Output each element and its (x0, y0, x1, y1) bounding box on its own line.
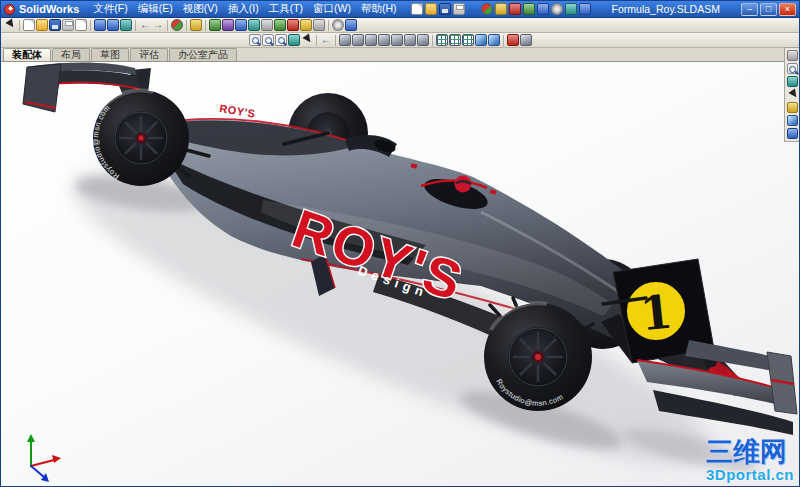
zoom-to-area-icon[interactable] (262, 34, 274, 46)
insert-component-icon[interactable] (209, 19, 221, 31)
main-viewport[interactable]: ROY'S ROY'S Design 1 (1, 62, 799, 486)
menu-item-6[interactable]: 帮助(H) (357, 1, 401, 17)
tab-4[interactable]: 办公室产品 (169, 48, 237, 61)
toolbar-separator (19, 20, 20, 31)
right-view-icon[interactable] (378, 34, 390, 46)
smart-fasteners-icon[interactable] (261, 19, 273, 31)
cut-icon[interactable] (94, 19, 106, 31)
toolbar-separator (328, 20, 329, 31)
front-view-icon[interactable] (339, 34, 351, 46)
undo-icon[interactable] (139, 19, 151, 31)
model-canvas[interactable]: ROY'S ROY'S Design 1 (1, 62, 799, 486)
shaded-icon[interactable] (488, 34, 500, 46)
tab-1[interactable]: 布局 (52, 48, 90, 61)
window-controls: – □ × (741, 3, 796, 16)
watermark-line2: 3Dportal.cn (706, 467, 794, 482)
bottom-view-icon[interactable] (404, 34, 416, 46)
toolbox-icon[interactable] (565, 3, 577, 15)
minimize-button[interactable]: – (741, 3, 758, 16)
rebuild-icon[interactable] (481, 3, 493, 15)
zoom-fit-icon[interactable] (787, 63, 798, 74)
document-title: Formula_Roy.SLDASM (612, 3, 720, 15)
maximize-button[interactable]: □ (760, 3, 777, 16)
left-view-icon[interactable] (365, 34, 377, 46)
open-icon[interactable] (425, 3, 437, 15)
move-component-icon[interactable] (235, 19, 247, 31)
toolbar-separator (186, 20, 187, 31)
hidden-lines-removed-icon[interactable] (462, 34, 474, 46)
interference-detection-icon[interactable] (287, 19, 299, 31)
isometric-view-icon[interactable] (417, 34, 429, 46)
menu-item-5[interactable]: 窗口(W) (309, 1, 355, 17)
select-icon[interactable] (4, 19, 16, 31)
appearance-icon[interactable] (787, 102, 798, 113)
options-icon[interactable] (332, 19, 344, 31)
new-icon[interactable] (23, 19, 35, 31)
command-manager-tabs: 装配体布局草图评估办公室产品 (1, 48, 799, 62)
menu-item-1[interactable]: 编辑(E) (134, 1, 177, 17)
help-icon[interactable] (345, 19, 357, 31)
mate-icon[interactable] (222, 19, 234, 31)
print-icon[interactable] (453, 3, 465, 15)
wireframe-icon[interactable] (436, 34, 448, 46)
quick-access-toolbar (411, 3, 591, 15)
near-front-wheel[interactable]: Roystudio@msn.com (484, 303, 592, 411)
undo-icon[interactable] (467, 3, 479, 15)
tab-2[interactable]: 草图 (91, 48, 129, 61)
paste-icon[interactable] (120, 19, 132, 31)
standard-toolbar (1, 18, 799, 33)
pan-icon[interactable] (301, 34, 313, 46)
toolbar-separator (90, 20, 91, 31)
save-icon[interactable] (49, 19, 61, 31)
near-rear-wheel[interactable]: Roystudio@msn.com (91, 90, 189, 186)
rebuild-icon[interactable] (171, 19, 183, 31)
view-toolbar (1, 33, 799, 48)
rotate-view-icon[interactable] (288, 34, 300, 46)
menu-item-2[interactable]: 视图(V) (179, 1, 222, 17)
featuremanager-icon[interactable] (787, 50, 798, 61)
drawing-icon[interactable] (537, 3, 549, 15)
toolbar-separator (503, 35, 504, 46)
help-icon[interactable] (787, 128, 798, 139)
toolbar-separator (205, 20, 206, 31)
previous-view-icon[interactable] (320, 34, 332, 46)
rotate-component-icon[interactable] (248, 19, 260, 31)
view-orientation-icon[interactable] (520, 34, 532, 46)
exploded-view-icon[interactable] (274, 19, 286, 31)
help-icon[interactable] (579, 3, 591, 15)
toolbar-separator (335, 35, 336, 46)
mass-properties-icon[interactable] (313, 19, 325, 31)
measure-icon[interactable] (300, 19, 312, 31)
menu-item-0[interactable]: 文件(F) (89, 1, 131, 17)
tab-3[interactable]: 评估 (130, 48, 168, 61)
redo-icon[interactable] (152, 19, 164, 31)
shaded-with-edges-icon[interactable] (475, 34, 487, 46)
pan-icon[interactable] (787, 89, 798, 100)
copy-icon[interactable] (107, 19, 119, 31)
toolbar-separator (432, 35, 433, 46)
print-icon[interactable] (62, 19, 74, 31)
display-settings-icon[interactable] (787, 115, 798, 126)
menu-item-4[interactable]: 工具(T) (265, 1, 307, 17)
section-view-icon[interactable] (507, 34, 519, 46)
edit-color-icon[interactable] (190, 19, 202, 31)
top-view-icon[interactable] (391, 34, 403, 46)
zoom-to-fit-icon[interactable] (249, 34, 261, 46)
menu-item-3[interactable]: 插入(I) (224, 1, 263, 17)
print-preview-icon[interactable] (75, 19, 87, 31)
titlebar: SolidWorks 文件(F)编辑(E)视图(V)插入(I)工具(T)窗口(W… (1, 1, 799, 18)
edit-color-icon[interactable] (495, 3, 507, 15)
tab-0[interactable]: 装配体 (3, 48, 51, 61)
zoom-in-out-icon[interactable] (275, 34, 287, 46)
solidworks-window: SolidWorks 文件(F)编辑(E)视图(V)插入(I)工具(T)窗口(W… (0, 0, 800, 487)
new-icon[interactable] (411, 3, 423, 15)
hidden-lines-visible-icon[interactable] (449, 34, 461, 46)
save-icon[interactable] (439, 3, 451, 15)
open-icon[interactable] (36, 19, 48, 31)
close-button[interactable]: × (779, 3, 796, 16)
rotate-icon[interactable] (787, 76, 798, 87)
options-icon[interactable] (551, 3, 563, 15)
sketch-icon[interactable] (509, 3, 521, 15)
assembly-icon[interactable] (523, 3, 535, 15)
back-view-icon[interactable] (352, 34, 364, 46)
